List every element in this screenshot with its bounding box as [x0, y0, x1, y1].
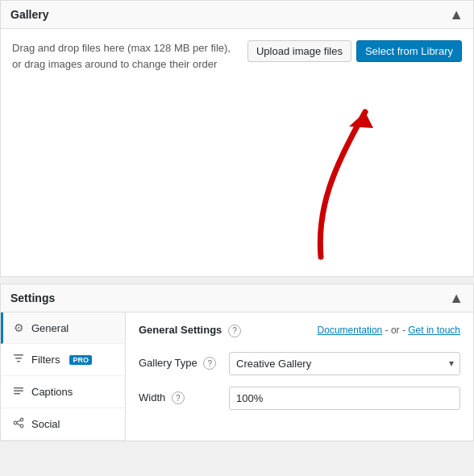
gallery-hint-text: Drag and drop files here (max 128 MB per… — [12, 40, 238, 72]
width-help-icon[interactable]: ? — [172, 391, 185, 404]
gallery-drop-area[interactable] — [12, 80, 462, 265]
sidebar-filters-label: Filters — [31, 354, 60, 366]
captions-icon — [12, 385, 25, 399]
gallery-type-label-text: Gallery Type — [139, 357, 198, 369]
arrow-indicator — [268, 88, 397, 265]
gallery-top-row: Drag and drop files here (max 128 MB per… — [12, 40, 462, 72]
sidebar-item-general[interactable]: ⚙ General — [1, 313, 125, 344]
settings-panel-header: Settings ▲ — [1, 284, 473, 313]
general-settings-heading: General Settings ? — [139, 324, 241, 337]
svg-line-11 — [17, 424, 21, 425]
settings-main-header: General Settings ? Documentation - or - … — [139, 324, 460, 337]
sidebar-social-label: Social — [31, 418, 60, 430]
pro-badge-filters: PRO — [69, 355, 92, 365]
gallery-panel-header: Gallery ▲ — [1, 1, 473, 29]
gear-icon: ⚙ — [12, 321, 25, 334]
sidebar-item-filters[interactable]: Filters PRO — [1, 344, 125, 376]
sidebar-item-captions[interactable]: Captions — [1, 376, 125, 408]
gallery-type-label: Gallery Type ? — [139, 357, 219, 370]
links-separator: - or - — [385, 325, 409, 336]
gallery-panel-title: Gallery — [10, 8, 48, 21]
svg-rect-1 — [14, 354, 23, 356]
width-input[interactable] — [229, 387, 460, 410]
settings-panel-toggle[interactable]: ▲ — [449, 291, 464, 305]
width-control — [229, 387, 460, 410]
settings-body: ⚙ General Filters PRO — [1, 313, 473, 441]
width-label: Width ? — [139, 391, 219, 405]
sidebar-captions-label: Captions — [31, 386, 73, 398]
settings-panel: Settings ▲ ⚙ General Filters PRO — [0, 284, 474, 441]
get-in-touch-link[interactable]: Get in touch — [408, 325, 460, 336]
gallery-type-select[interactable]: Creative Gallery Masonry Slider Tiles — [229, 352, 460, 375]
gallery-buttons: Upload image files Select from Library — [247, 40, 462, 62]
svg-rect-3 — [17, 361, 20, 362]
svg-line-10 — [17, 420, 21, 422]
settings-panel-title: Settings — [10, 292, 55, 304]
svg-point-8 — [14, 421, 17, 424]
gallery-type-select-wrapper: Creative Gallery Masonry Slider Tiles ▾ — [229, 352, 460, 375]
width-label-text: Width — [139, 391, 165, 404]
gallery-type-control: Creative Gallery Masonry Slider Tiles ▾ — [229, 352, 460, 375]
general-settings-title: General Settings — [139, 324, 222, 336]
general-settings-help-icon[interactable]: ? — [228, 325, 241, 337]
filter-icon — [12, 353, 25, 366]
gallery-type-field-row: Gallery Type ? Creative Gallery Masonry … — [139, 352, 460, 375]
social-icon — [12, 417, 25, 431]
gallery-panel-toggle[interactable]: ▲ — [449, 7, 464, 22]
gallery-body: Drag and drop files here (max 128 MB per… — [1, 29, 473, 276]
width-field-row: Width ? — [139, 387, 460, 410]
documentation-link[interactable]: Documentation — [318, 325, 383, 336]
gallery-type-help-icon[interactable]: ? — [203, 357, 216, 370]
upload-image-files-button[interactable]: Upload image files — [247, 40, 351, 62]
sidebar-general-label: General — [31, 322, 69, 334]
svg-point-7 — [20, 418, 23, 421]
sidebar-item-social[interactable]: Social — [1, 408, 125, 441]
svg-rect-2 — [15, 358, 22, 359]
svg-point-9 — [20, 424, 23, 428]
settings-sidebar: ⚙ General Filters PRO — [1, 313, 126, 441]
settings-main: General Settings ? Documentation - or - … — [126, 313, 473, 441]
svg-rect-6 — [14, 393, 20, 395]
svg-rect-4 — [14, 387, 23, 389]
select-from-library-button[interactable]: Select from Library — [356, 40, 462, 62]
gallery-panel: Gallery ▲ Drag and drop files here (max … — [0, 0, 474, 277]
settings-links: Documentation - or - Get in touch — [318, 325, 460, 336]
svg-rect-5 — [14, 391, 23, 392]
